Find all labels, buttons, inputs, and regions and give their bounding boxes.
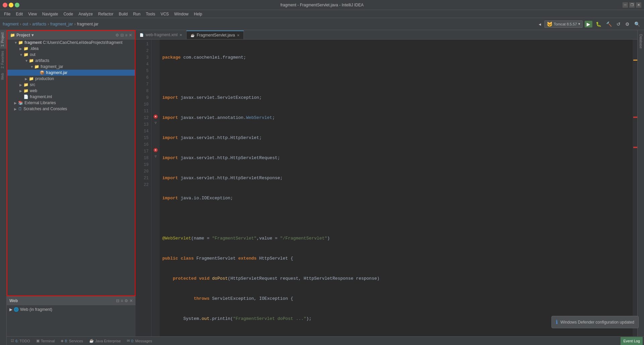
tab-web-fragment-xml[interactable]: 📄 web-fragment.xml ✕ <box>136 30 186 39</box>
project-section: 📁 Project ▾ ⚙ ⊟ ≡ ✕ <box>7 30 136 336</box>
code-line-1: package com.caochenlei.fragment; <box>162 54 630 61</box>
win-minimize[interactable]: ─ <box>623 2 628 8</box>
toolbar: fragment › out › artifacts › fragment_ja… <box>0 18 644 30</box>
tree-item-production[interactable]: ▶ 📁 production <box>7 76 135 82</box>
tab-fragment-servlet-java[interactable]: ☕ FragmentServlet.java ✕ <box>186 30 244 39</box>
panels-row: 📁 Project ▾ ⚙ ⊟ ≡ ✕ <box>7 30 644 336</box>
code-line-10: @WebServlet(name = "FragmentServlet",val… <box>162 235 630 242</box>
toolbar-right: ◂ 🐱 Tomcat 8.5.57 ▾ ▶ 🐛 🔨 ↺ ⚙ 🔍 <box>537 20 641 28</box>
web-panel-content: ▶ 🌐 Web (in fragment) <box>7 305 136 314</box>
web-panel: Web ⊟ ≡ ⚙ ✕ ▶ 🌐 Web (in fra <box>7 296 136 336</box>
close-tab-xml[interactable]: ✕ <box>179 33 182 37</box>
panel-gear-btn[interactable]: ≡ <box>125 33 127 38</box>
breadcrumb-fragment-jar[interactable]: fragment_jar <box>50 22 73 26</box>
tree-item-web[interactable]: ▶ 📁 web <box>7 88 135 94</box>
tree-item-idea[interactable]: ▶ 📁 .idea <box>7 46 135 52</box>
breadcrumb-fragment[interactable]: fragment <box>3 22 18 26</box>
code-line-7: import javax.servlet.http.HttpServletRes… <box>162 175 630 182</box>
right-tab-database[interactable]: Database <box>638 31 643 51</box>
error-indicator-1 <box>633 117 637 118</box>
menu-bar: FileEditViewNavigateCodeAnalyzeRefactorB… <box>0 10 644 18</box>
back-button[interactable]: ◂ <box>537 21 542 27</box>
breakpoint-12[interactable]: ● <box>154 115 158 119</box>
web-panel-settings-btn[interactable]: ≡ <box>121 298 123 303</box>
win-close[interactable]: ✕ <box>636 2 641 8</box>
tomcat-selector[interactable]: 🐱 Tomcat 8.5.57 ▾ <box>544 20 583 28</box>
web-panel-gear-btn[interactable]: ⚙ <box>124 298 128 303</box>
right-gutter <box>633 40 637 336</box>
code-content[interactable]: package com.caochenlei.fragment; import … <box>160 40 633 336</box>
menu-analyze[interactable]: Analyze <box>76 11 96 17</box>
menu-tools[interactable]: Tools <box>143 11 158 17</box>
menu-window[interactable]: Window <box>171 11 191 17</box>
web-panel-title: Web <box>9 298 18 303</box>
bottom-tab-services[interactable]: ◈ 8: Services <box>58 337 86 345</box>
tree-item-fragment-jar[interactable]: 📦 fragment.jar <box>7 70 135 76</box>
close-button[interactable] <box>3 3 7 7</box>
search-everywhere[interactable]: 🔍 <box>633 21 641 27</box>
web-item-fragment[interactable]: ▶ 🌐 Web (in fragment) <box>8 306 134 313</box>
menu-navigate[interactable]: Navigate <box>40 11 61 17</box>
sidebar-tab-web[interactable]: Web <box>0 71 6 82</box>
minimize-button[interactable] <box>9 3 13 7</box>
menu-code[interactable]: Code <box>61 11 76 17</box>
close-tab-java[interactable]: ✕ <box>237 33 239 37</box>
code-line-2 <box>162 74 630 81</box>
tree-item-src[interactable]: ▶ 📁 src <box>7 82 135 88</box>
menu-edit[interactable]: Edit <box>13 11 25 17</box>
breakpoint-17[interactable]: ● <box>154 148 158 152</box>
tree-item-artifacts[interactable]: ▼ 📁 artifacts <box>7 58 135 64</box>
panel-settings-btn[interactable]: ⚙ <box>115 33 119 38</box>
bottom-tab-terminal[interactable]: ▣ Terminal <box>34 337 58 345</box>
breadcrumb-artifacts[interactable]: artifacts <box>32 22 46 26</box>
sidebar-tab-project[interactable]: 1: Project <box>0 30 6 49</box>
code-editor[interactable]: 12345 678910 1112131415 1617181920 2122 <box>136 40 637 336</box>
bottom-tab-todo[interactable]: ☑ 6: TODO <box>8 337 33 345</box>
tree-item-fragment-jar-folder[interactable]: ▼ 📁 fragment_jar <box>7 64 135 70</box>
win-restore[interactable]: ❐ <box>629 2 635 8</box>
run-button[interactable]: ▶ <box>585 21 592 27</box>
notification-icon: ℹ <box>556 319 558 325</box>
xml-icon: 📄 <box>140 33 144 37</box>
fold-arrow-18[interactable]: ▽ <box>155 153 157 160</box>
reload-button[interactable]: ↺ <box>615 21 622 27</box>
code-line-9 <box>162 215 630 222</box>
menu-refactor[interactable]: Refactor <box>96 11 116 17</box>
fold-arrow-13[interactable]: ▽ <box>155 120 157 127</box>
code-line-4: import javax.servlet.annotation.WebServl… <box>162 115 630 121</box>
maximize-button[interactable] <box>15 3 19 7</box>
bottom-toolbar: ☑ 6: TODO ▣ Terminal ◈ 8: Services ☕ Jav… <box>7 336 644 345</box>
menu-file[interactable]: File <box>1 11 13 17</box>
breadcrumb-out[interactable]: out <box>22 22 28 26</box>
build-button[interactable]: 🔨 <box>605 21 613 27</box>
panel-close-btn[interactable]: ✕ <box>129 33 132 38</box>
tree-item-out[interactable]: ▼ 📁 out <box>7 52 135 58</box>
event-log-button[interactable]: Event Log <box>621 337 643 345</box>
file-tree: ▼ 📁 fragment C:\Users\CaoChenLei\IdeaPro… <box>7 40 135 295</box>
bottom-tab-java-enterprise[interactable]: ☕ Java Enterprise <box>87 337 123 345</box>
panel-align-btn[interactable]: ⊟ <box>120 33 124 38</box>
code-line-13: throws ServletException, IOException { <box>162 295 630 302</box>
code-line-8: import java.io.IOException; <box>162 195 630 202</box>
bottom-tab-messages[interactable]: ✉ 0: Messages <box>124 337 155 345</box>
menu-vcs[interactable]: VCS <box>158 11 172 17</box>
settings-button[interactable]: ⚙ <box>624 21 631 27</box>
tree-item-fragment-iml[interactable]: 📄 fragment.iml <box>7 94 135 100</box>
sidebar-tab-favorites[interactable]: 2: Favorites <box>0 49 6 70</box>
menu-run[interactable]: Run <box>130 11 143 17</box>
tree-item-fragment-root[interactable]: ▼ 📁 fragment C:\Users\CaoChenLei\IdeaPro… <box>7 40 135 46</box>
code-line-12: protected void doPost(HttpServletRequest… <box>162 275 630 282</box>
menu-build[interactable]: Build <box>116 11 130 17</box>
menu-view[interactable]: View <box>25 11 40 17</box>
center-area: 📁 Project ▾ ⚙ ⊟ ≡ ✕ <box>7 30 644 345</box>
web-panel-align-btn[interactable]: ⊟ <box>116 298 119 303</box>
left-sidebar: 1: Project 2: Favorites Web <box>0 30 7 345</box>
web-panel-header: Web ⊟ ≡ ⚙ ✕ <box>7 296 136 305</box>
web-panel-close-btn[interactable]: ✕ <box>129 298 133 303</box>
debug-button[interactable]: 🐛 <box>594 21 603 27</box>
tree-item-scratches[interactable]: ▶ 🗒 Scratches and Consoles <box>7 106 135 112</box>
tree-item-external-libraries[interactable]: ▶ 📚 External Libraries <box>7 100 135 106</box>
error-indicator-2 <box>633 147 637 148</box>
title-bar: fragment - FragmentServlet.java - Intell… <box>0 0 644 10</box>
menu-help[interactable]: Help <box>191 11 205 17</box>
